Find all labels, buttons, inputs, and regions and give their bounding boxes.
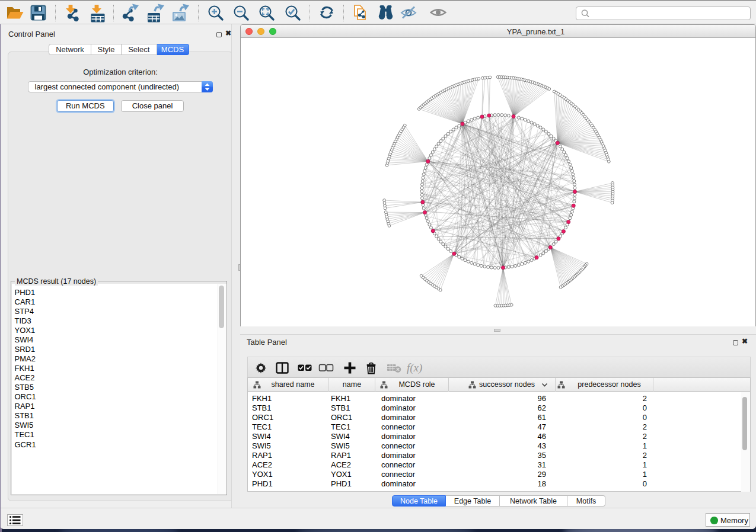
svg-text:f(x): f(x) (407, 361, 422, 374)
